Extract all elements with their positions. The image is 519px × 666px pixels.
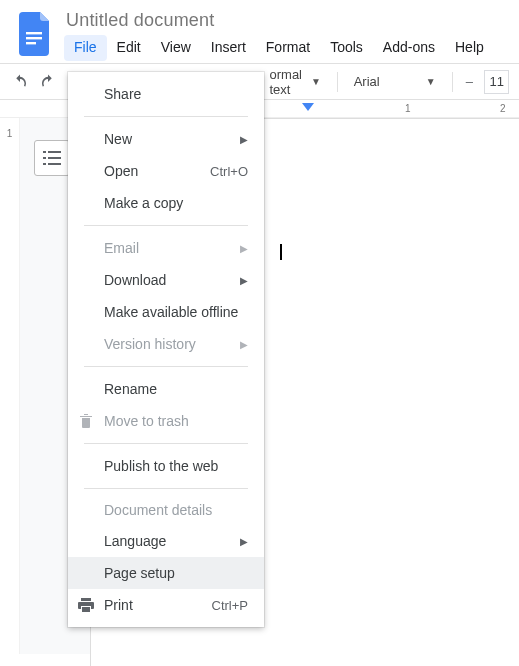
text-cursor xyxy=(280,244,282,260)
menu-item-label: Publish to the web xyxy=(104,458,218,474)
menubar: File Edit View Insert Format Tools Add-o… xyxy=(64,35,494,61)
font-size-input[interactable]: 11 xyxy=(484,70,509,94)
menu-item-print[interactable]: Print Ctrl+P xyxy=(68,589,264,621)
menu-tools[interactable]: Tools xyxy=(320,35,373,61)
menu-separator xyxy=(84,116,248,117)
menu-item-doc-details[interactable]: Document details xyxy=(68,495,264,525)
submenu-arrow-icon: ▶ xyxy=(240,339,248,350)
undo-button[interactable] xyxy=(10,68,30,96)
menu-item-share[interactable]: Share xyxy=(68,78,264,110)
submenu-arrow-icon: ▶ xyxy=(240,275,248,286)
menu-item-label: Page setup xyxy=(104,565,175,581)
file-menu-dropdown: Share New▶ OpenCtrl+O Make a copy Email▶… xyxy=(68,72,264,627)
menu-item-label: Language xyxy=(104,533,166,549)
header: Untitled document File Edit View Insert … xyxy=(0,0,519,61)
menu-item-shortcut: Ctrl+O xyxy=(210,164,248,179)
redo-button[interactable] xyxy=(38,68,58,96)
submenu-arrow-icon: ▶ xyxy=(240,134,248,145)
menu-item-make-copy[interactable]: Make a copy xyxy=(68,187,264,219)
toolbar-sep xyxy=(452,72,453,92)
svg-marker-3 xyxy=(302,103,314,111)
ruler-tick-label: 1 xyxy=(405,103,411,114)
submenu-arrow-icon: ▶ xyxy=(240,243,248,254)
svg-rect-4 xyxy=(43,151,46,153)
svg-rect-9 xyxy=(48,163,61,165)
menu-item-label: Share xyxy=(104,86,141,102)
svg-rect-6 xyxy=(43,157,46,159)
menu-separator xyxy=(84,488,248,489)
menu-item-label: Make a copy xyxy=(104,195,183,211)
menu-item-new[interactable]: New▶ xyxy=(68,123,264,155)
menu-item-label: Version history xyxy=(104,336,196,352)
menu-item-offline[interactable]: Make available offline xyxy=(68,296,264,328)
ruler-tick-label: 2 xyxy=(500,103,506,114)
menu-item-email[interactable]: Email▶ xyxy=(68,232,264,264)
paragraph-style-label: ormal text xyxy=(270,67,306,97)
submenu-arrow-icon: ▶ xyxy=(240,536,248,547)
font-family-label: Arial xyxy=(354,74,380,89)
docs-logo-icon[interactable] xyxy=(16,8,56,60)
svg-rect-0 xyxy=(26,32,42,34)
menu-item-label: Download xyxy=(104,272,166,288)
menu-item-shortcut: Ctrl+P xyxy=(212,598,248,613)
menu-item-label: Document details xyxy=(104,502,212,518)
menu-item-label: Make available offline xyxy=(104,304,238,320)
menu-item-open[interactable]: OpenCtrl+O xyxy=(68,155,264,187)
menu-item-label: Email xyxy=(104,240,139,256)
menu-item-label: Open xyxy=(104,163,138,179)
toolbar-sep xyxy=(337,72,338,92)
menu-item-page-setup[interactable]: Page setup xyxy=(68,557,264,589)
svg-rect-1 xyxy=(26,37,42,39)
menu-file[interactable]: File xyxy=(64,35,107,61)
menu-addons[interactable]: Add-ons xyxy=(373,35,445,61)
menu-item-label: Move to trash xyxy=(104,413,189,429)
font-family-combo[interactable]: Arial ▼ xyxy=(348,69,442,95)
menu-view[interactable]: View xyxy=(151,35,201,61)
svg-rect-5 xyxy=(48,151,61,153)
svg-rect-7 xyxy=(48,157,61,159)
paragraph-style-combo[interactable]: ormal text ▼ xyxy=(264,69,327,95)
title-menu-group: Untitled document File Edit View Insert … xyxy=(64,8,494,61)
menu-insert[interactable]: Insert xyxy=(201,35,256,61)
menu-help[interactable]: Help xyxy=(445,35,494,61)
font-size-decrease[interactable]: – xyxy=(462,70,476,94)
menu-item-download[interactable]: Download▶ xyxy=(68,264,264,296)
menu-edit[interactable]: Edit xyxy=(107,35,151,61)
svg-rect-2 xyxy=(26,42,36,44)
menu-item-move-trash[interactable]: Move to trash xyxy=(68,405,264,437)
menu-format[interactable]: Format xyxy=(256,35,320,61)
menu-item-version-history[interactable]: Version history▶ xyxy=(68,328,264,360)
menu-item-label: Rename xyxy=(104,381,157,397)
menu-separator xyxy=(84,366,248,367)
caret-down-icon: ▼ xyxy=(426,76,436,87)
document-outline-button[interactable] xyxy=(34,140,70,176)
ruler-tick-label: 1 xyxy=(7,128,13,139)
print-icon xyxy=(76,598,96,612)
menu-separator xyxy=(84,225,248,226)
vertical-ruler[interactable]: 1 xyxy=(0,118,20,654)
menu-item-publish-web[interactable]: Publish to the web xyxy=(68,450,264,482)
document-title[interactable]: Untitled document xyxy=(64,8,494,35)
indent-marker-icon[interactable] xyxy=(302,103,314,113)
menu-item-label: New xyxy=(104,131,132,147)
menu-item-language[interactable]: Language▶ xyxy=(68,525,264,557)
svg-rect-8 xyxy=(43,163,46,165)
menu-separator xyxy=(84,443,248,444)
menu-item-rename[interactable]: Rename xyxy=(68,373,264,405)
trash-icon xyxy=(76,413,96,429)
menu-item-label: Print xyxy=(104,597,133,613)
caret-down-icon: ▼ xyxy=(311,76,321,87)
